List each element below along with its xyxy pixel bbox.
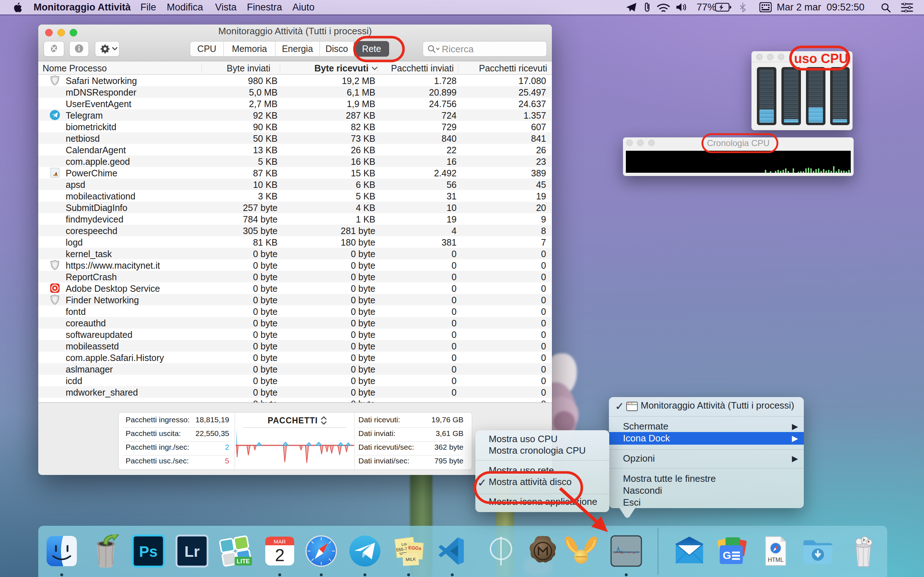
svg-text:Ps: Ps [139, 543, 157, 560]
svg-text:HTML: HTML [768, 557, 783, 563]
svg-text:2: 2 [275, 546, 285, 565]
svg-text:MAR: MAR [274, 538, 286, 545]
svg-text:EGGs: EGGs [408, 545, 422, 551]
svg-text:MILK: MILK [406, 556, 416, 562]
svg-text:LITE: LITE [237, 558, 250, 565]
svg-text:Lr: Lr [184, 543, 200, 560]
svg-text:G: G [723, 549, 731, 561]
